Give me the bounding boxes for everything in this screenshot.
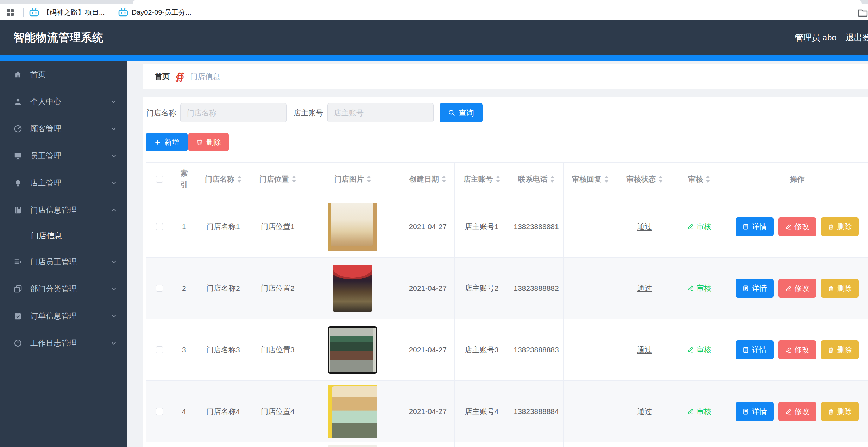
bookmarks-folder-icon[interactable] bbox=[857, 8, 868, 17]
col-header-store-location[interactable]: 门店位置 bbox=[251, 163, 304, 196]
col-header-audit[interactable]: 审核 bbox=[672, 163, 726, 196]
store-photo bbox=[328, 326, 377, 374]
sidebar-item-profile[interactable]: 个人中心 bbox=[0, 88, 127, 115]
col-header-create-date[interactable]: 创建日期 bbox=[401, 163, 455, 196]
detail-button[interactable]: 详情 bbox=[736, 217, 774, 236]
select-all-checkbox[interactable] bbox=[156, 176, 163, 183]
table-body: 1 门店名称1 门店位置1 2021-04-27 店主账号1 138238888… bbox=[146, 196, 868, 447]
row-checkbox[interactable] bbox=[156, 408, 163, 415]
cell-store-name: 门店名称2 bbox=[195, 258, 251, 319]
edit-button[interactable]: 修改 bbox=[778, 340, 816, 359]
sort-caret-icon[interactable] bbox=[604, 176, 609, 183]
row-checkbox[interactable] bbox=[156, 223, 163, 230]
sidebar: 首页 个人中心 顾客管理 员工管理 店主管理 bbox=[0, 61, 127, 447]
document-icon bbox=[742, 285, 749, 292]
sidebar-item-home[interactable]: 首页 bbox=[0, 61, 127, 88]
cell-phone: 13823888881 bbox=[509, 196, 564, 258]
cell-index: 4 bbox=[173, 381, 195, 442]
sort-caret-icon[interactable] bbox=[367, 176, 371, 183]
delete-button[interactable]: 删除 bbox=[821, 279, 859, 298]
audit-status-text: 通过 bbox=[637, 221, 652, 233]
row-checkbox[interactable] bbox=[156, 285, 163, 292]
cell-create-date: 2021-04-27 bbox=[401, 258, 455, 319]
audit-link[interactable]: 审核 bbox=[687, 344, 711, 356]
sort-caret-icon[interactable] bbox=[550, 176, 554, 183]
delete-button-label: 删除 bbox=[837, 345, 852, 355]
bookmark-item[interactable]: Day02-09-员工分... bbox=[118, 8, 191, 17]
detail-button[interactable]: 详情 bbox=[736, 340, 774, 359]
audit-link-label: 审核 bbox=[697, 221, 711, 233]
cell-store-location: 门店位置1 bbox=[251, 196, 304, 258]
app-header: 智能物流管理系统 管理员 abo 退出登录 bbox=[0, 20, 868, 55]
sidebar-subitem-store-info[interactable]: 门店信息 bbox=[0, 223, 127, 248]
col-header-actions: 操作 bbox=[726, 163, 868, 196]
store-name-input[interactable] bbox=[180, 103, 287, 122]
sort-caret-icon[interactable] bbox=[659, 176, 663, 183]
sidebar-item-store-info-mgmt[interactable]: 门店信息管理 bbox=[0, 196, 127, 223]
row-checkbox[interactable] bbox=[156, 346, 163, 353]
user-icon bbox=[13, 97, 23, 106]
store-table: 索引 门店名称 门店位置 门店图片 创建日期 店主账号 联系电话 审核回复 审核… bbox=[146, 162, 868, 447]
cell-store-location: 门店位置4 bbox=[251, 381, 304, 442]
detail-button-label: 详情 bbox=[752, 283, 767, 293]
sort-caret-icon[interactable] bbox=[442, 176, 446, 183]
delete-selected-button[interactable]: 删除 bbox=[188, 133, 229, 151]
audit-link[interactable]: 审核 bbox=[687, 283, 711, 294]
delete-button[interactable]: 删除 bbox=[821, 340, 859, 359]
sidebar-item-orders[interactable]: 订单信息管理 bbox=[0, 302, 127, 329]
app-title: 智能物流管理系统 bbox=[13, 30, 103, 45]
query-button[interactable]: 查询 bbox=[440, 103, 483, 122]
logout-link[interactable]: 退出登录 bbox=[845, 32, 868, 43]
monitor-icon bbox=[13, 151, 23, 160]
cell-phone: 13823888882 bbox=[509, 258, 564, 319]
sort-caret-icon[interactable] bbox=[496, 176, 500, 183]
sort-caret-icon[interactable] bbox=[706, 176, 710, 183]
table-row: 1 门店名称1 门店位置1 2021-04-27 店主账号1 138238888… bbox=[146, 196, 868, 258]
owner-account-input[interactable] bbox=[327, 103, 434, 122]
cell-phone: 13823888883 bbox=[509, 319, 564, 381]
header-user-menu[interactable]: 管理员 abo bbox=[795, 32, 837, 43]
col-header-store-photo[interactable]: 门店图片 bbox=[304, 163, 401, 196]
chevron-down-icon bbox=[110, 98, 118, 106]
cell-owner-account: 店主账号4 bbox=[455, 381, 509, 442]
sidebar-item-store-employees[interactable]: 门店员工管理 bbox=[0, 248, 127, 275]
sidebar-item-department-categories[interactable]: 部门分类管理 bbox=[0, 275, 127, 302]
power-icon bbox=[13, 339, 23, 348]
edit-button[interactable]: 修改 bbox=[778, 279, 816, 298]
delete-button[interactable]: 删除 bbox=[821, 402, 859, 421]
divider bbox=[853, 8, 853, 17]
chevron-up-icon bbox=[110, 206, 118, 214]
col-header-phone[interactable]: 联系电话 bbox=[509, 163, 564, 196]
col-header-store-name[interactable]: 门店名称 bbox=[195, 163, 251, 196]
breadcrumb-home[interactable]: 首页 bbox=[155, 71, 170, 81]
col-header-audit-status[interactable]: 审核状态 bbox=[617, 163, 672, 196]
edit-button[interactable]: 修改 bbox=[778, 402, 816, 421]
sidebar-item-work-logs[interactable]: 工作日志管理 bbox=[0, 329, 127, 357]
audit-status-text: 通过 bbox=[637, 283, 652, 294]
edit-button[interactable]: 修改 bbox=[778, 217, 816, 236]
cell-store-location: 门店位置3 bbox=[251, 319, 304, 381]
sidebar-item-employees[interactable]: 员工管理 bbox=[0, 142, 127, 169]
cell-index: 3 bbox=[173, 319, 195, 381]
store-photo bbox=[328, 385, 377, 438]
col-header-owner-account[interactable]: 店主账号 bbox=[455, 163, 509, 196]
sort-caret-icon[interactable] bbox=[292, 176, 296, 183]
audit-link[interactable]: 审核 bbox=[687, 221, 711, 233]
pencil-icon bbox=[785, 408, 792, 415]
sidebar-item-customers[interactable]: 顾客管理 bbox=[0, 115, 127, 142]
detail-button[interactable]: 详情 bbox=[736, 402, 774, 421]
apps-grid-icon[interactable] bbox=[7, 9, 14, 16]
add-button[interactable]: 新增 bbox=[146, 133, 188, 151]
breadcrumb-current: 门店信息 bbox=[190, 71, 220, 81]
detail-button[interactable]: 详情 bbox=[736, 279, 774, 298]
cell-audit-reply bbox=[564, 319, 617, 381]
delete-button[interactable]: 删除 bbox=[821, 217, 859, 236]
sidebar-item-shopowners[interactable]: 店主管理 bbox=[0, 169, 127, 196]
col-header-audit-reply[interactable]: 审核回复 bbox=[564, 163, 617, 196]
cell-store-name bbox=[195, 442, 251, 447]
cell-audit-reply bbox=[564, 381, 617, 442]
audit-link[interactable]: 审核 bbox=[687, 406, 711, 417]
bookmark-item[interactable]: 【码神之路】项目... bbox=[29, 8, 105, 17]
sort-caret-icon[interactable] bbox=[237, 176, 241, 183]
pencil-icon bbox=[785, 347, 792, 353]
